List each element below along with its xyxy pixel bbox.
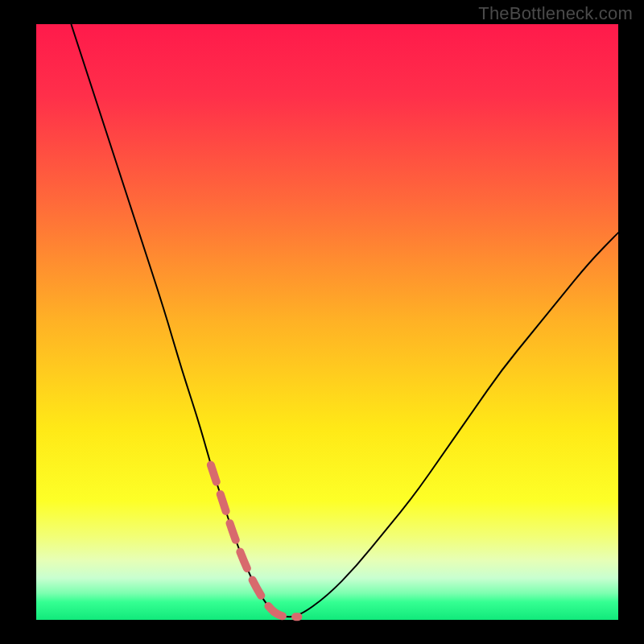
watermark-text: TheBottleneck.com bbox=[478, 3, 633, 24]
bottleneck-curve-highlight bbox=[211, 465, 299, 617]
plot-area bbox=[36, 24, 618, 620]
curve-svg bbox=[36, 24, 618, 620]
bottleneck-curve bbox=[71, 24, 618, 617]
chart-frame: TheBottleneck.com bbox=[0, 0, 644, 644]
